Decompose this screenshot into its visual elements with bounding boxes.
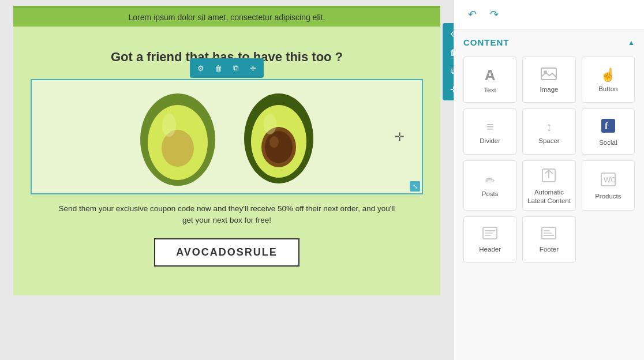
automatic-icon [541, 168, 556, 185]
image-icon [541, 68, 557, 82]
content-item-header[interactable]: Header [463, 216, 516, 262]
spacer-icon: ↕ [546, 121, 552, 133]
content-item-automatic[interactable]: Automatic Latest Content [522, 160, 575, 211]
resize-handle[interactable]: ⤡ [410, 181, 420, 192]
products-label: Products [595, 192, 621, 201]
trash-icon-inline[interactable]: 🗑 [211, 61, 226, 76]
svg-text:f: f [605, 121, 608, 131]
text-label: Text [484, 86, 496, 95]
move-icon-right[interactable]: ✛ [445, 81, 454, 98]
undo-button[interactable]: ↶ [463, 6, 481, 23]
content-item-products[interactable]: WOO Products [582, 160, 635, 211]
posts-label: Posts [482, 190, 499, 198]
image-block: ⚙ 🗑 ⧉ ✛ [31, 79, 423, 194]
content-item-posts[interactable]: ✏ Posts [463, 160, 516, 211]
avocado-left [134, 85, 221, 189]
email-banner: Lorem ipsum dolor sit amet, consectetur … [13, 6, 440, 27]
footer-icon [541, 227, 556, 242]
copy-icon-inline[interactable]: ⧉ [228, 61, 243, 76]
content-item-spacer[interactable]: ↕ Spacer [522, 108, 575, 155]
section-collapse-arrow[interactable]: ▲ [628, 39, 635, 47]
svg-point-3 [162, 114, 176, 137]
coupon-button[interactable]: AVOCADOSRULE [154, 238, 299, 267]
social-icon: f [601, 119, 615, 135]
automatic-label: Automatic Latest Content [526, 188, 571, 205]
promo-text: Send them your exclusive coupon code now… [31, 194, 423, 232]
content-item-text[interactable]: Text [463, 57, 516, 103]
header-label: Header [479, 245, 501, 254]
svg-point-8 [269, 136, 279, 148]
banner-text: Lorem ipsum dolor sit amet, consectetur … [129, 13, 325, 22]
text-icon [485, 68, 496, 82]
email-canvas: ⚙ 🗑 ⧉ ✛ Lorem ipsum dolor sit amet, cons… [13, 6, 440, 295]
svg-text:WOO: WOO [604, 175, 616, 184]
content-section: CONTENT ▲ Text Image ☝ Button ≡ Divider [454, 29, 644, 271]
avocado-image [134, 85, 319, 189]
divider-label: Divider [480, 137, 500, 145]
canvas-area: ⚙ 🗑 ⧉ ✛ Lorem ipsum dolor sit amet, cons… [0, 0, 454, 360]
gear-icon-right[interactable]: ⚙ [445, 25, 454, 43]
top-toolbar: ↶ ↷ [454, 0, 644, 29]
promo-text-line1: Send them your exclusive coupon code now… [59, 204, 395, 213]
button-icon: ☝ [600, 69, 616, 81]
section-title: CONTENT [463, 38, 510, 47]
svg-rect-12 [601, 119, 615, 133]
products-icon: WOO [601, 172, 616, 189]
content-grid: Text Image ☝ Button ≡ Divider ↕ Spacer [463, 57, 635, 262]
section-header: CONTENT ▲ [463, 38, 635, 47]
trash-icon-right[interactable]: 🗑 [445, 44, 454, 61]
copy-icon-right[interactable]: ⧉ [445, 62, 454, 80]
content-item-divider[interactable]: ≡ Divider [463, 108, 516, 155]
posts-icon: ✏ [485, 175, 495, 186]
move-cursor-indicator: ✛ [395, 130, 405, 144]
block-toolbar-inline[interactable]: ⚙ 🗑 ⧉ ✛ [190, 58, 264, 78]
redo-button[interactable]: ↷ [485, 6, 503, 23]
content-item-social[interactable]: f Social [582, 108, 635, 155]
coupon-button-wrap: AVOCADOSRULE [31, 232, 423, 278]
spacer-label: Spacer [538, 137, 559, 145]
social-label: Social [599, 138, 617, 147]
svg-rect-10 [541, 68, 556, 80]
right-panel: ↶ ↷ CONTENT ▲ Text Image ☝ Button [454, 0, 644, 360]
content-item-image[interactable]: Image [522, 57, 575, 103]
move-icon-inline[interactable]: ✛ [245, 61, 260, 76]
image-label: Image [540, 85, 559, 94]
header-icon [482, 227, 497, 242]
divider-icon: ≡ [486, 121, 494, 133]
footer-label: Footer [540, 245, 559, 254]
avocado-right [238, 87, 319, 187]
gear-icon-inline[interactable]: ⚙ [193, 61, 208, 76]
block-toolbar-right[interactable]: ⚙ 🗑 ⧉ ✛ [443, 23, 454, 100]
button-label: Button [598, 85, 617, 93]
svg-point-9 [264, 114, 276, 134]
content-item-footer[interactable]: Footer [522, 216, 575, 262]
promo-text-line2: get your next box for free! [182, 216, 271, 224]
email-body: Got a friend that has to have this too ?… [13, 27, 440, 295]
content-item-button[interactable]: ☝ Button [582, 57, 635, 103]
svg-point-7 [265, 131, 293, 163]
